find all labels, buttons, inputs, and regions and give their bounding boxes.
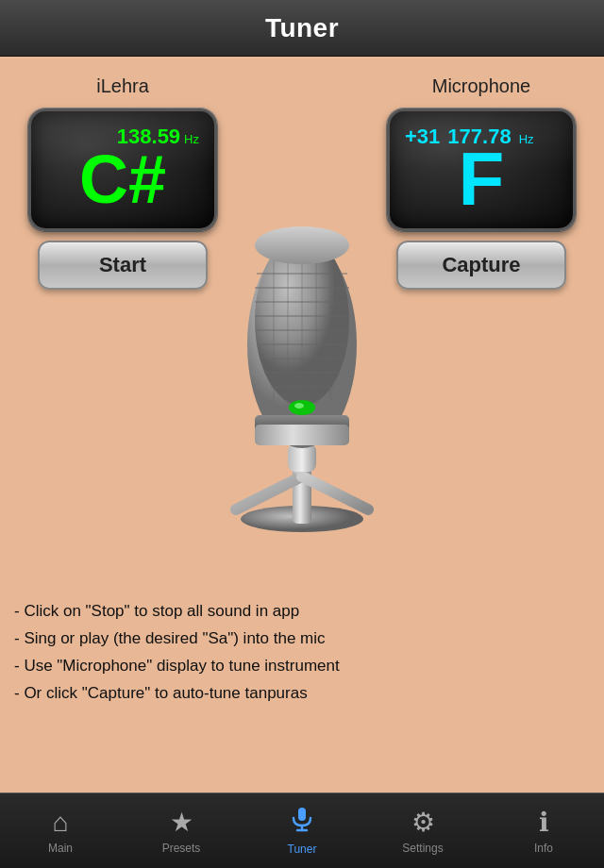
ilehra-section: iLehra 138.59 Hz C# Start	[19, 75, 226, 290]
tab-settings-label: Settings	[402, 842, 443, 855]
tab-bar: ⌂ Main ★ Presets Tuner ⚙ Settings ℹ Info	[0, 793, 604, 868]
microphone-note: F	[459, 142, 505, 217]
instructions-section: - Click on "Stop" to stop all sound in a…	[14, 598, 590, 708]
gear-icon: ⚙	[411, 807, 435, 838]
ilehra-frequency: 138.59	[117, 125, 180, 149]
main-content: iLehra 138.59 Hz C# Start Microphone +31…	[0, 57, 604, 793]
microphone-display: +31 177.78 Hz F	[387, 108, 576, 231]
ilehra-freq-line: 138.59 Hz	[117, 125, 199, 149]
app-title: Tuner	[265, 13, 339, 43]
tab-settings[interactable]: ⚙ Settings	[362, 793, 483, 868]
instruction-3: - Use "Microphone" display to tune instr…	[14, 653, 590, 680]
microphone-label: Microphone	[432, 75, 531, 97]
capture-button[interactable]: Capture	[396, 241, 566, 290]
mic-tab-icon	[289, 806, 315, 839]
star-icon: ★	[170, 807, 193, 838]
microphone-freq-line: +31 177.78 Hz	[405, 125, 534, 149]
tab-presets-label: Presets	[162, 842, 201, 855]
microphone-offset: +31	[405, 125, 440, 149]
tab-tuner[interactable]: Tuner	[242, 793, 362, 868]
microphone-hz: Hz	[519, 132, 534, 146]
mic-illustration	[208, 198, 396, 538]
ilehra-note: C#	[79, 145, 166, 213]
tab-presets[interactable]: ★ Presets	[121, 793, 242, 868]
tab-main-label: Main	[48, 842, 73, 855]
svg-point-22	[294, 403, 304, 409]
start-button[interactable]: Start	[38, 241, 208, 290]
app-header: Tuner	[0, 0, 604, 57]
tab-info[interactable]: ℹ Info	[483, 793, 604, 868]
instruction-1: - Click on "Stop" to stop all sound in a…	[14, 598, 590, 626]
instruction-4: - Or click "Capture" to auto-tune tanpur…	[14, 680, 590, 708]
microphone-frequency: 177.78	[447, 125, 511, 149]
info-icon: ℹ	[539, 807, 549, 838]
tab-main[interactable]: ⌂ Main	[0, 793, 121, 868]
tab-tuner-label: Tuner	[288, 843, 317, 856]
microphone-image	[198, 189, 406, 547]
ilehra-label: iLehra	[96, 75, 149, 97]
home-icon: ⌂	[53, 808, 69, 838]
svg-point-20	[255, 226, 349, 264]
tab-info-label: Info	[534, 842, 553, 855]
svg-rect-25	[298, 808, 306, 821]
microphone-section: Microphone +31 177.78 Hz F Capture	[378, 75, 585, 290]
ilehra-hz: Hz	[184, 132, 199, 146]
instruction-2: - Sing or play (the desired "Sa") into t…	[14, 626, 590, 653]
ilehra-display: 138.59 Hz C#	[28, 108, 217, 231]
svg-rect-24	[255, 425, 349, 445]
